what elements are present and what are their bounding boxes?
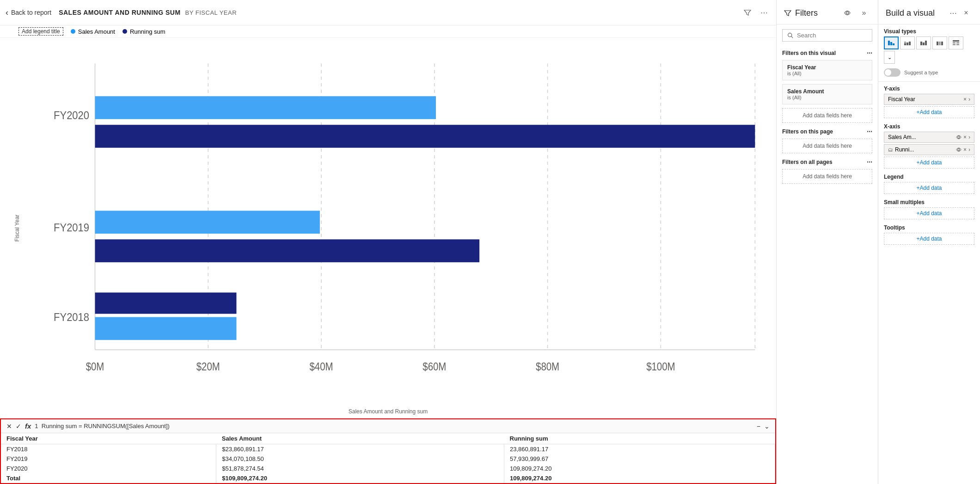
svg-text:$60M: $60M xyxy=(423,361,446,373)
tooltips-add-data-btn[interactable]: +Add data xyxy=(884,233,974,245)
collapse-formula-icon[interactable]: − xyxy=(757,423,760,430)
build-visual-header: Build a visual ⋯ × xyxy=(878,0,980,24)
legend-title-text: Add legend title xyxy=(22,28,60,35)
cell-sales-2019: $34,070,108.50 xyxy=(216,454,504,464)
x-axis-chip-actions-sales: × › xyxy=(956,134,970,140)
data-table-area: ✕ ✓ fx − ⌄ Fiscal Year Sales Amount Runn… xyxy=(0,418,776,484)
chart-title-area: SALES AMOUNT AND RUNNING SUM BY FISCAL Y… xyxy=(59,9,237,16)
cell-year-2018: FY2018 xyxy=(1,444,216,454)
filters-visibility-btn[interactable] xyxy=(841,6,854,19)
tooltips-section: Tooltips +Add data xyxy=(878,223,980,248)
suggest-type-row: Suggest a type xyxy=(878,66,980,79)
more-options-icon-btn[interactable]: ⋯ xyxy=(758,6,771,19)
filters-expand-btn[interactable]: » xyxy=(858,6,870,19)
filters-panel: Filters » Filters on this visual ⋯ Fisca… xyxy=(777,0,878,484)
visual-type-bar-btn[interactable] xyxy=(884,36,899,49)
visual-type-stacked-btn[interactable] xyxy=(900,36,915,49)
visual-type-line-btn[interactable] xyxy=(932,36,947,49)
x-axis-visibility-icon-running[interactable] xyxy=(956,147,962,152)
visual-type-col-btn[interactable] xyxy=(916,36,931,49)
svg-line-19 xyxy=(791,36,793,38)
svg-rect-25 xyxy=(906,42,908,45)
filters-search-input[interactable] xyxy=(797,32,867,39)
svg-rect-29 xyxy=(925,41,927,45)
y-axis-close-icon[interactable]: × xyxy=(963,96,967,103)
filter-card-fiscal-year[interactable]: Fiscal Year is (All) xyxy=(782,60,872,80)
close-formula-btn[interactable]: ✕ xyxy=(6,423,12,430)
visual-types-dropdown-btn[interactable]: ⌄ xyxy=(884,51,895,64)
legend-title-box[interactable]: Add legend title xyxy=(18,27,63,36)
filter-add-page-text: Add data fields here xyxy=(802,143,852,149)
legend-section: Legend +Add data xyxy=(878,172,980,197)
y-axis-arrow-icon[interactable]: › xyxy=(968,96,970,103)
y-axis-add-data-btn[interactable]: +Add data xyxy=(884,106,974,118)
data-table: Fiscal Year Sales Amount Running sum FY2… xyxy=(1,433,775,483)
visual-type-table-btn[interactable] xyxy=(949,36,963,49)
cell-sales-2020: $51,878,274.54 xyxy=(216,464,504,473)
double-arrow-icon: » xyxy=(862,9,866,17)
filter-icon-btn[interactable] xyxy=(741,6,754,19)
x-axis-arrow-icon-sales[interactable]: › xyxy=(968,134,970,140)
build-more-btn[interactable]: ⋯ xyxy=(947,6,960,19)
bar-fy2020-running xyxy=(95,125,755,148)
bar-fy2020-sales xyxy=(95,96,436,119)
filters-all-pages-more[interactable]: ⋯ xyxy=(867,159,872,165)
x-axis-label: Sales Amount and Running sum xyxy=(349,408,428,415)
chart-svg: FY2020 FY2019 FY2018 $0M $20M $40M $60M … xyxy=(37,47,762,391)
svg-point-18 xyxy=(788,33,792,37)
svg-text:FY2019: FY2019 xyxy=(54,221,89,234)
y-axis-section-label: Y-axis xyxy=(884,85,974,92)
filters-on-page-more[interactable]: ⋯ xyxy=(867,128,872,135)
cell-running-2019: 57,930,999.67 xyxy=(504,454,775,464)
svg-rect-28 xyxy=(923,42,925,45)
filters-search-box[interactable] xyxy=(782,29,872,42)
filter-card-sales-amount[interactable]: Sales Amount is (All) xyxy=(782,84,872,104)
filter-field-name-fiscal: Fiscal Year xyxy=(787,64,867,71)
divider-1 xyxy=(878,81,980,82)
suggest-label: Suggest a type xyxy=(904,70,938,75)
y-axis-label: Fiscal Year xyxy=(14,215,20,242)
confirm-formula-btn[interactable]: ✓ xyxy=(16,423,21,430)
suggest-toggle[interactable] xyxy=(884,68,900,77)
expand-formula-icon[interactable]: ⌄ xyxy=(764,423,770,430)
x-axis-add-data-btn[interactable]: +Add data xyxy=(884,157,974,169)
svg-rect-24 xyxy=(904,42,906,43)
x-axis-field-chip-running[interactable]: 🗂 Runni... × › xyxy=(884,144,974,155)
formula-input[interactable] xyxy=(35,423,753,430)
legend-area: Add legend title Sales Amount Running su… xyxy=(0,25,776,38)
cell-sales-2018: $23,860,891.17 xyxy=(216,444,504,454)
filter-condition-fiscal: is (All) xyxy=(787,71,867,76)
back-to-report-button[interactable]: ‹ Back to report xyxy=(6,8,51,18)
build-close-btn[interactable]: × xyxy=(960,6,973,19)
filter-add-allpages-text: Add data fields here xyxy=(802,173,852,180)
cell-running-total: 109,809,274.20 xyxy=(504,473,775,483)
x-axis-close-icon-sales[interactable]: × xyxy=(963,134,967,140)
filters-on-visual-more[interactable]: ⋯ xyxy=(867,50,872,56)
col-running-sum: Running sum xyxy=(504,433,775,444)
y-axis-field-chip[interactable]: Fiscal Year × › xyxy=(884,94,974,105)
chart-header: ‹ Back to report SALES AMOUNT AND RUNNIN… xyxy=(0,0,776,25)
svg-point-38 xyxy=(958,136,960,139)
filter-panel-icon xyxy=(784,9,791,17)
build-ellipsis-icon: ⋯ xyxy=(949,9,957,18)
small-multiples-label: Small multiples xyxy=(884,199,974,206)
filters-all-pages-header: Filters on all pages ⋯ xyxy=(777,155,878,167)
filters-all-pages-label: Filters on all pages xyxy=(782,159,833,165)
chevron-down-icon: ⌄ xyxy=(888,54,892,60)
small-multiples-section: Small multiples +Add data xyxy=(878,197,980,223)
bar-fy2018-sales xyxy=(95,317,237,340)
x-axis-field-chip-sales[interactable]: Sales Am... × › xyxy=(884,132,974,143)
svg-rect-35 xyxy=(956,42,959,43)
svg-rect-22 xyxy=(893,43,894,45)
legend-item-sales: Sales Amount xyxy=(71,28,115,35)
x-axis-arrow-icon-running[interactable]: › xyxy=(968,146,970,153)
x-axis-close-icon-running[interactable]: × xyxy=(963,146,967,153)
legend-add-data-btn[interactable]: +Add data xyxy=(884,182,974,194)
x-axis-visibility-icon[interactable] xyxy=(956,134,962,140)
back-arrow-icon: ‹ xyxy=(6,8,8,18)
table-header-row: Fiscal Year Sales Amount Running sum xyxy=(1,433,775,444)
x-axis-field-left-sales: Sales Am... xyxy=(888,134,916,140)
small-multiples-add-data-btn[interactable]: +Add data xyxy=(884,207,974,219)
bar-fy2019-running xyxy=(95,239,480,262)
chart-main-title: SALES AMOUNT AND RUNNING SUM xyxy=(59,9,180,16)
